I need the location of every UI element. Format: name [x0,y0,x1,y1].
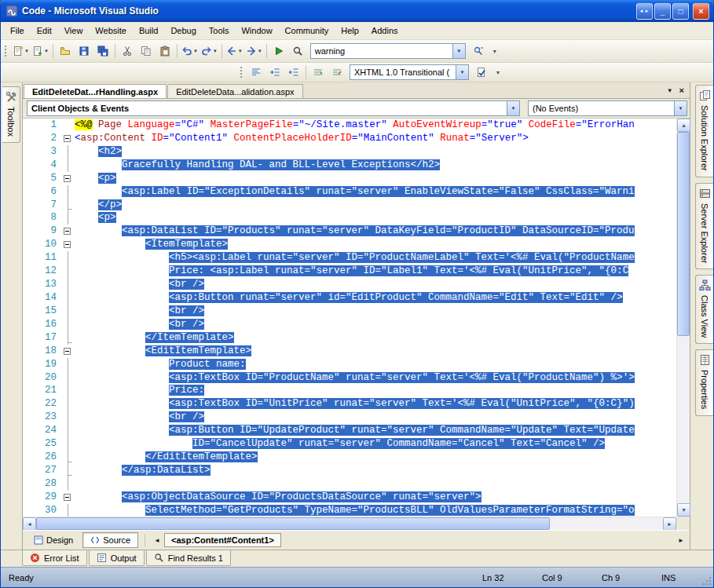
horizontal-scroll-thumb[interactable] [36,517,550,530]
scroll-left-button[interactable]: ◄ [23,517,36,531]
code-editor[interactable]: 1<%@ Page Language="C#" MasterPageFile="… [23,119,690,517]
outlining-margin[interactable] [62,424,75,437]
design-view-button[interactable]: Design [26,532,81,548]
format-document-button[interactable] [247,64,265,81]
code-line[interactable]: 16 <br /> [23,318,676,331]
outlining-margin[interactable] [62,331,75,345]
dock-tab-server-explorer[interactable]: Server Explorer [695,183,713,269]
increase-indent-button[interactable] [265,64,284,81]
code-line[interactable]: 11 <h5><asp:Label runat="server" ID="Pro… [23,251,676,265]
decrease-indent-button[interactable] [284,64,303,81]
toolbar-grip[interactable] [240,66,243,79]
vertical-scrollbar[interactable]: ▲ ▼ [676,119,690,517]
outlining-margin[interactable] [62,159,75,172]
code-line[interactable]: 17 </ItemTemplate> [23,331,676,345]
outlining-margin[interactable] [62,251,75,265]
menu-item-build[interactable]: Build [133,24,164,38]
outlining-margin[interactable] [62,145,75,159]
code-line[interactable]: 4 Gracefully Handling DAL- and BLL-Level… [23,159,676,172]
chevron-down-icon[interactable]: ▼ [456,65,468,79]
uncomment-button[interactable] [328,64,346,81]
outlining-margin[interactable] [62,238,75,251]
outlining-margin[interactable] [62,504,75,517]
start-debug-button[interactable] [269,42,288,60]
code-line[interactable]: 22 <asp:TextBox ID="UnitPrice" runat="se… [23,397,676,411]
menu-item-view[interactable]: View [58,24,90,38]
outlining-margin[interactable] [62,437,75,451]
code-line[interactable]: 19 Product name: [23,358,676,371]
menu-item-addins[interactable]: Addins [365,24,405,38]
code-line[interactable]: 26 </EditItemTemplate> [23,451,676,464]
code-line[interactable]: 24 <asp:Button ID="UpdateProduct" runat=… [23,424,676,437]
vertical-scroll-track[interactable] [677,132,690,503]
code-line[interactable]: 7 </p> [23,199,676,212]
copy-button[interactable] [137,42,156,60]
find-combo[interactable]: warning ▼ [310,43,466,59]
code-line[interactable]: 21 Price: [23,384,676,397]
code-line[interactable]: 27 </asp:DataList> [23,464,676,477]
document-list-dropdown-icon[interactable]: ▼ [667,87,673,94]
navigate-forward-button[interactable]: ▼ [244,42,264,60]
code-line[interactable]: 23 <br /> [23,411,676,424]
chevron-down-icon[interactable]: ▼ [674,101,687,115]
scroll-up-button[interactable]: ▲ [677,119,690,132]
window-minimize-button[interactable]: _ [654,3,671,20]
close-document-icon[interactable]: × [679,86,684,95]
code-line[interactable]: 18 <EditItemTemplate> [23,345,676,358]
menu-item-window[interactable]: Window [235,24,278,38]
code-line[interactable]: 3 <h2> [23,145,676,159]
horizontal-scroll-track[interactable] [36,517,663,530]
menu-item-website[interactable]: Website [89,24,133,38]
object-dropdown[interactable]: Client Objects & Events ▼ [27,100,520,116]
dock-tab-class-view[interactable]: Class View [695,275,713,344]
toolbar-overflow-button[interactable]: ▾ [492,69,503,76]
source-view-button[interactable]: Source [82,532,138,548]
navigate-backward-button[interactable]: ▼ [225,42,244,60]
tag-navigator-chip[interactable]: <asp:Content#Content1> [164,533,281,547]
outlining-margin[interactable] [62,397,75,411]
find-in-files-button[interactable] [288,42,307,60]
outlining-margin[interactable] [62,199,75,212]
outlining-margin[interactable] [62,384,75,397]
code-line[interactable]: 6 <asp:Label ID="ExceptionDetails" runat… [23,185,676,199]
redo-button[interactable]: ▼ [200,42,219,60]
outlining-margin[interactable] [62,318,75,331]
outlining-margin[interactable] [62,119,75,132]
panel-tab-error-list[interactable]: Error List [22,550,87,566]
vertical-scroll-thumb[interactable] [677,132,690,336]
collapse-icon[interactable] [64,494,71,501]
window-close-button[interactable]: × [693,3,709,20]
code-pane[interactable]: 1<%@ Page Language="C#" MasterPageFile="… [23,119,676,517]
code-line[interactable]: 13 <br /> [23,278,676,291]
outlining-margin[interactable] [62,291,75,305]
toolbar-grip[interactable] [4,45,7,57]
check-page-validity-button[interactable] [472,64,491,81]
save-button[interactable] [75,42,93,60]
scroll-right-button[interactable]: ► [663,517,676,531]
scroll-down-button[interactable]: ▼ [677,503,690,517]
code-line[interactable]: 9 <asp:DataList ID="Products" runat="ser… [23,225,676,238]
event-dropdown[interactable]: (No Events) ▼ [528,100,687,116]
code-line[interactable]: 2<asp:Content ID="Content1" ContentPlace… [23,132,676,145]
paste-button[interactable] [156,42,174,60]
document-tab-active[interactable]: EditDeleteDat...rHandling.aspx [24,84,167,98]
window-restore-button[interactable]: □ [672,3,689,20]
outlining-margin[interactable] [62,225,75,238]
outlining-margin[interactable] [62,132,75,145]
validation-schema-combo[interactable]: XHTML 1.0 Transitional ( ▼ [350,64,469,80]
outlining-margin[interactable] [62,278,75,291]
collapse-icon[interactable] [64,135,71,142]
outlining-margin[interactable] [62,211,75,225]
code-line[interactable]: 30 SelectMethod="GetProducts" TypeName="… [23,504,676,517]
outlining-margin[interactable] [62,464,75,477]
tag-nav-right-button[interactable]: ► [676,537,687,544]
code-line[interactable]: 14 <asp:Button runat="server" id="EditPr… [23,291,676,305]
menu-item-debug[interactable]: Debug [164,24,202,38]
code-line[interactable]: 8 <p> [23,211,676,225]
horizontal-scrollbar[interactable]: ◄ ► [23,517,690,530]
dock-tab-properties[interactable]: Properties [695,349,713,415]
outlining-margin[interactable] [62,371,75,385]
outlining-margin[interactable] [62,172,75,185]
chevron-down-icon[interactable]: ▼ [452,44,465,58]
open-folder-button[interactable] [56,42,75,60]
